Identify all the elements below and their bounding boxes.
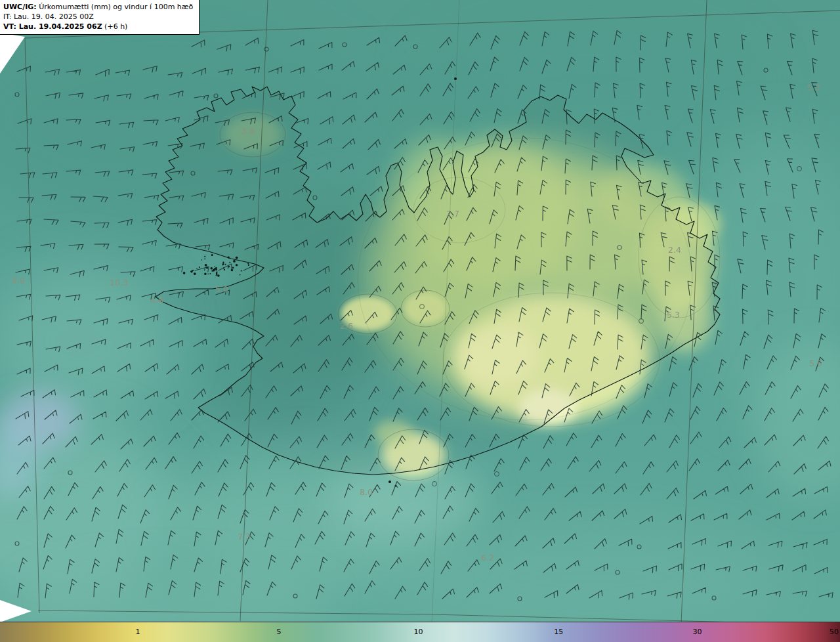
precipitation-colorbar: 1510153050	[0, 622, 840, 642]
contour-label: 5.3	[667, 310, 680, 320]
colorbar-tick-15: 15	[554, 622, 563, 642]
contour-label: 5.3	[807, 83, 820, 93]
contour-label: 6.2	[481, 553, 494, 563]
weather-map-viewport: 3.85.32.72.49.910.35.04.85.32.65.58.07.3…	[0, 0, 840, 642]
contour-label: 2.4	[668, 245, 681, 255]
contour-label: 3.8	[242, 126, 255, 136]
map-title-box: UWC/IG: Úrkomumætti (mm) og vindur í 100…	[0, 0, 200, 35]
contour-label: 2.7	[446, 209, 459, 219]
title-line-product: UWC/IG: Úrkomumætti (mm) og vindur í 100…	[3, 2, 193, 12]
contour-label: 7.3	[238, 532, 251, 542]
colorbar-tick-50: 50	[830, 622, 839, 642]
colorbar-tick-30: 30	[692, 622, 702, 642]
contour-label: 2.6	[340, 321, 353, 331]
contour-label: 4.8	[150, 295, 163, 305]
valid-time: VT: Lau. 19.04.2025 06Z	[3, 22, 102, 31]
title-line-init-time: IT: Lau. 19. 04. 2025 00Z	[3, 12, 193, 22]
contour-label: 8.0	[360, 487, 373, 497]
contour-label: 5.0	[215, 284, 228, 294]
colorbar-tick-1: 1	[135, 622, 140, 642]
contour-label: 9.9	[12, 276, 25, 286]
title-line-valid-time: VT: Lau. 19.04.2025 06Z (+6 h)	[3, 22, 193, 32]
product-name: Úrkomumætti (mm) og vindur í 100m hæð	[37, 3, 194, 11]
weather-map-canvas: 3.85.32.72.49.910.35.04.85.32.65.58.07.3…	[0, 0, 840, 642]
model-name: UWC/IG:	[3, 3, 37, 11]
contour-label: 5.5	[809, 358, 822, 368]
colorbar-tick-5: 5	[276, 622, 281, 642]
valid-time-offset: (+6 h)	[102, 22, 128, 31]
colorbar-tick-10: 10	[413, 622, 423, 642]
contour-label: 10.3	[110, 278, 128, 288]
